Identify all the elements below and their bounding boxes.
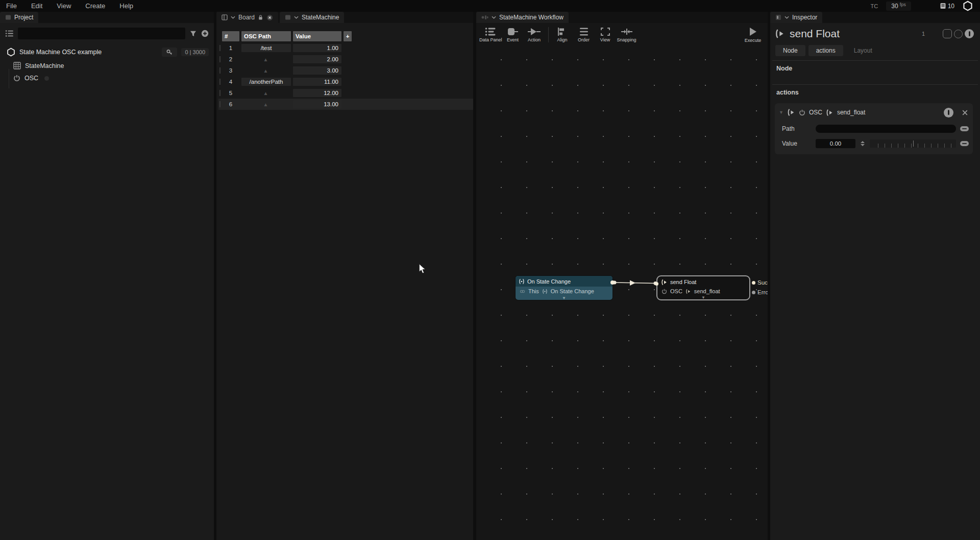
stepper-up-icon[interactable]: [861, 141, 865, 143]
workflow-canvas[interactable]: On State Change This On State Change ▼: [476, 46, 768, 540]
port-dot[interactable]: [752, 281, 755, 285]
row-drag-handle[interactable]: [219, 56, 220, 62]
node-on-state-change[interactable]: On State Change This On State Change ▼: [516, 276, 612, 300]
align-button[interactable]: Align: [552, 24, 573, 45]
table-row[interactable]: 4 /anotherPath 11.00: [218, 76, 473, 87]
value-stepper[interactable]: [860, 141, 866, 146]
port-dot[interactable]: [752, 291, 755, 294]
row-number: 6: [222, 100, 239, 108]
value-cell[interactable]: 2.00: [293, 55, 341, 63]
output-port-success[interactable]: Success: [752, 279, 768, 286]
event-button[interactable]: Event: [502, 24, 524, 45]
shape-square-icon[interactable]: [943, 29, 952, 38]
node-source-label[interactable]: This: [528, 288, 539, 294]
power-icon: [662, 289, 667, 294]
node-output-port[interactable]: [610, 280, 615, 285]
license-key-button[interactable]: [162, 48, 177, 57]
node-section-label: Node: [770, 61, 980, 76]
execute-button[interactable]: Execute: [742, 24, 764, 45]
tree-item-root[interactable]: State Machine OSC example 0 | 3000: [0, 45, 214, 59]
add-column-button[interactable]: +: [344, 31, 352, 41]
value-cell[interactable]: 3.00: [293, 66, 341, 75]
table-row[interactable]: 2 ▲ 2.00: [218, 54, 473, 65]
tab-statemachine[interactable]: StateMachine: [280, 12, 344, 23]
close-tab-icon[interactable]: [266, 14, 273, 21]
menu-file[interactable]: File: [0, 2, 24, 10]
value-cell[interactable]: 1.00: [293, 44, 341, 52]
row-drag-handle[interactable]: [219, 45, 220, 51]
sort-list-icon[interactable]: [5, 30, 14, 37]
node-send-float[interactable]: send Float OSC send_float ▼: [656, 275, 750, 300]
table-row-selected[interactable]: 6 ▲ 13.00: [218, 99, 473, 110]
tab-layout[interactable]: Layout: [846, 45, 880, 56]
value-cell[interactable]: 11.00: [293, 78, 341, 86]
node-collapse-chevron[interactable]: ▼: [516, 296, 612, 300]
node-collapse-chevron[interactable]: ▼: [657, 296, 749, 300]
value-field-row: Value: [779, 139, 969, 148]
tree-item-osc[interactable]: OSC: [0, 73, 214, 84]
project-toolbar: [5, 28, 209, 39]
lock-icon[interactable]: [258, 14, 263, 20]
col-header-value: Value: [293, 31, 341, 41]
action-command-label[interactable]: send_float: [837, 109, 865, 116]
path-input[interactable]: [816, 125, 956, 133]
align-icon: [557, 27, 568, 36]
stepper-down-icon[interactable]: [861, 144, 865, 146]
node-event-label[interactable]: On State Change: [551, 288, 594, 294]
actions-section-label: actions: [770, 85, 980, 100]
node-input-port[interactable]: [655, 282, 658, 286]
action-enable-toggle-icon[interactable]: [944, 108, 953, 118]
unlink-parameter-icon[interactable]: [960, 141, 969, 146]
view-button[interactable]: View: [595, 24, 616, 45]
snapping-button[interactable]: Snapping: [616, 24, 638, 45]
tree-item-statemachine[interactable]: StateMachine: [0, 60, 214, 72]
value-slider-ticks[interactable]: [870, 139, 956, 148]
row-drag-handle[interactable]: [219, 67, 220, 74]
value-cell[interactable]: 13.00: [293, 100, 341, 108]
project-tab-icon: [5, 14, 11, 20]
node-header[interactable]: send Float: [657, 276, 749, 287]
table-row[interactable]: 1 /test 1.00: [218, 42, 473, 54]
filter-funnel-icon[interactable]: [189, 30, 197, 37]
tab-workflow[interactable]: StateMachine Workflow: [476, 12, 569, 23]
tab-actions[interactable]: actions: [808, 45, 843, 56]
tab-project[interactable]: Project: [0, 12, 38, 23]
node-header[interactable]: On State Change: [516, 276, 612, 287]
menu-view[interactable]: View: [50, 2, 78, 10]
enable-toggle-icon[interactable]: [965, 29, 974, 38]
remove-action-icon[interactable]: [961, 109, 969, 116]
action-button[interactable]: Action: [524, 24, 545, 45]
menu-edit[interactable]: Edit: [24, 2, 50, 10]
menu-help[interactable]: Help: [112, 2, 140, 10]
inspector-title: send Float: [790, 28, 917, 40]
menu-create[interactable]: Create: [78, 2, 112, 10]
node-command-label[interactable]: send_float: [694, 288, 720, 294]
statemachine-item-label: StateMachine: [25, 62, 64, 69]
action-module-label[interactable]: OSC: [809, 109, 822, 116]
value-number-input[interactable]: [816, 139, 855, 148]
order-button[interactable]: Order: [573, 24, 595, 45]
row-drag-handle[interactable]: [219, 90, 220, 96]
add-item-icon[interactable]: [201, 30, 209, 37]
unlink-parameter-icon[interactable]: [960, 126, 969, 131]
chevron-down-icon: [492, 16, 496, 19]
inspector-tab-icon: [775, 14, 781, 20]
osc-path-cell[interactable]: /anotherPath: [241, 78, 291, 86]
node-module-label[interactable]: OSC: [670, 288, 682, 294]
shape-circle-icon[interactable]: [954, 30, 963, 38]
value-cell[interactable]: 12.00: [293, 89, 341, 97]
node-title: On State Change: [527, 278, 571, 285]
table-row[interactable]: 3 ▲ 3.00: [218, 65, 473, 76]
project-search-input[interactable]: [18, 28, 185, 39]
data-panel-button[interactable]: Data Panel: [479, 24, 502, 45]
row-drag-handle[interactable]: [219, 101, 220, 107]
table-row[interactable]: 5 ▲ 12.00: [218, 87, 473, 99]
output-port-error[interactable]: Error: [752, 289, 768, 295]
collapse-triangle-icon[interactable]: ▼: [779, 110, 783, 115]
timecode-label: TC: [871, 3, 878, 9]
tab-board[interactable]: Board: [216, 12, 278, 23]
tab-node[interactable]: Node: [775, 45, 805, 56]
osc-path-cell[interactable]: /test: [241, 44, 291, 52]
tab-inspector[interactable]: Inspector: [770, 12, 822, 23]
row-drag-handle[interactable]: [219, 79, 220, 85]
